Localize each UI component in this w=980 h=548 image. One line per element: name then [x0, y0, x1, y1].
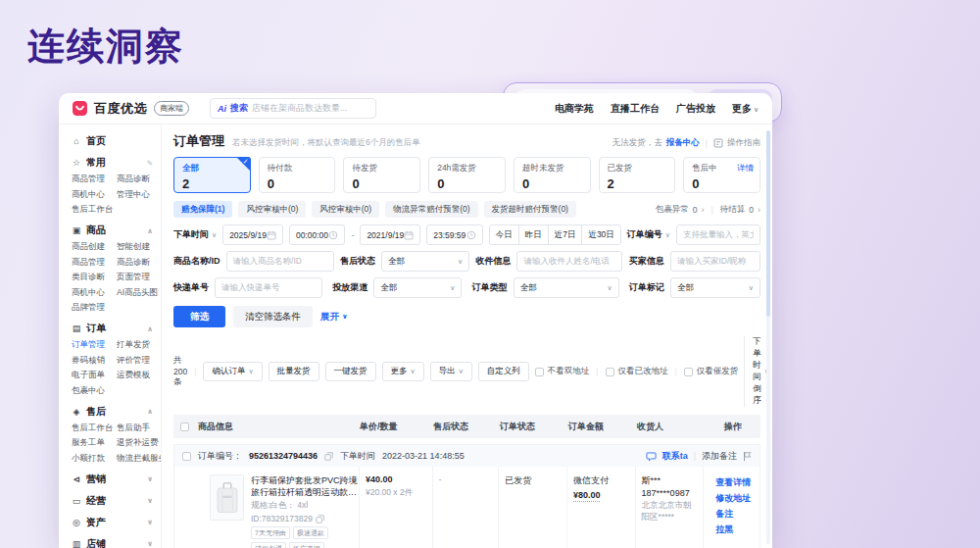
filter-button[interactable]: 筛选 [173, 306, 225, 327]
quick-range-button[interactable]: 近7日 [548, 224, 583, 245]
chevron-down-icon[interactable]: ∨ [147, 518, 153, 526]
toolbar-button[interactable]: 自定义列 [478, 362, 529, 381]
sidebar-item[interactable]: 商机中心 [72, 287, 117, 299]
checkbox-icon[interactable] [684, 368, 693, 376]
sort-dropdown[interactable]: 下单时间倒序∨ [744, 336, 769, 407]
quick-range-button[interactable]: 今日 [489, 224, 519, 245]
end-date-input[interactable]: 2021/9/19 [360, 224, 420, 245]
sidebar-item[interactable]: 券码核销 [72, 355, 117, 367]
expand-link[interactable]: 展开 ∨ [320, 311, 348, 324]
filter-select[interactable]: 全部∨ [670, 277, 760, 298]
sidebar-item-home[interactable]: ⌂首页 [72, 134, 153, 148]
filter-select[interactable]: 全部∨ [381, 251, 469, 272]
status-chip[interactable]: 风控审核中(0) [312, 201, 379, 218]
stat-card[interactable]: 待付款0 [259, 157, 336, 193]
chevron-up-icon[interactable]: ∧ [147, 226, 153, 235]
sidebar-item[interactable]: 页面管理 [117, 272, 158, 283]
sidebar-item[interactable]: 商品诊断 [117, 174, 153, 185]
sidebar-item[interactable]: 商品管理 [72, 257, 117, 269]
status-chip[interactable]: 发货超时赔付预警(0) [484, 201, 576, 218]
order-no-input[interactable]: 支持批量输入，英文','分隔 [676, 224, 760, 245]
sidebar-item[interactable]: 打单发货 [117, 339, 153, 351]
filter-select[interactable]: 全部∨ [514, 277, 619, 298]
order-checkbox[interactable] [182, 452, 191, 461]
sidebar-section-marketing[interactable]: ⊲营销∨ [72, 473, 153, 486]
scrollbar-thumb[interactable] [766, 130, 770, 317]
edit-icon[interactable]: ✎ [147, 159, 153, 168]
product-image[interactable] [210, 474, 244, 521]
order-action-link[interactable]: 备注 [715, 506, 754, 522]
checkbox-icon[interactable] [535, 368, 544, 376]
sidebar-item[interactable]: 服务工单 [72, 437, 117, 449]
add-note-link[interactable]: 添加备注 [702, 450, 737, 463]
sidebar-item[interactable]: 包裹中心 [72, 385, 117, 397]
chevron-down-icon[interactable]: ∨ [147, 539, 153, 548]
filter-select[interactable]: 全部∨ [373, 277, 462, 298]
sidebar-section-aftersale[interactable]: ◈售后∧ [72, 405, 153, 419]
search-input[interactable]: Ai 搜索 店铺在架商品数达数量... [210, 98, 376, 119]
sidebar-section-operate[interactable]: ▭经营∨ [72, 494, 153, 508]
chevron-up-icon[interactable]: ∧ [147, 407, 153, 416]
filter-input[interactable]: 请输入商品名称/ID [226, 251, 334, 272]
copy-icon[interactable] [324, 452, 333, 461]
anomaly-link[interactable]: 包裹异常0› [656, 204, 705, 216]
anomaly-link[interactable]: 待结算0› [720, 204, 760, 216]
filter-input[interactable]: 请输入收件人姓名/电话 [516, 251, 622, 272]
sidebar-item[interactable]: 评价管理 [117, 355, 153, 367]
start-time-input[interactable]: 00:00:00 [289, 224, 345, 245]
sidebar-item[interactable]: 订单管理 [72, 339, 117, 351]
stat-card[interactable]: 待发货0 [343, 157, 420, 193]
toolbar-button[interactable]: 更多∨ [382, 362, 424, 381]
sidebar-section-goods[interactable]: ▣商品∧ [72, 224, 153, 237]
toolbar-button[interactable]: 一键发货 [325, 362, 376, 381]
top-nav-more[interactable]: 更多∨ [732, 102, 759, 116]
stat-card[interactable]: 超时未发货0 [514, 157, 591, 193]
copy-icon[interactable] [316, 515, 324, 523]
stat-card[interactable]: 24h需发货0 [428, 157, 506, 193]
flag-icon[interactable] [743, 451, 752, 462]
sidebar-item[interactable]: AI商品头图 [117, 287, 158, 299]
order-action-link[interactable]: 修改地址 [715, 490, 754, 506]
top-nav-item[interactable]: 广告投放 [676, 102, 715, 116]
sidebar-item[interactable]: 售后工作台 [72, 204, 117, 216]
sidebar-item[interactable]: 商品诊断 [117, 257, 158, 269]
sidebar-item[interactable]: 小额打款 [72, 453, 117, 465]
contact-buyer-link[interactable]: 联系ta [662, 450, 688, 463]
sidebar-item[interactable]: 商品创建 [72, 241, 117, 253]
detail-link[interactable]: 详情 [737, 163, 754, 174]
order-action-link[interactable]: 拉黑 [715, 522, 754, 537]
start-date-input[interactable]: 2025/9/19 [222, 224, 283, 245]
filter-input[interactable]: 请输入快递单号 [215, 277, 322, 298]
sidebar-section-asset[interactable]: ◎资产∨ [72, 516, 153, 529]
order-no-dropdown[interactable]: 订单编号 ∨ [627, 228, 670, 241]
order-time-dropdown[interactable]: 下单时间 ∨ [173, 228, 217, 241]
filter-input[interactable]: 请输入买家ID/昵称 [670, 251, 760, 272]
sidebar-item[interactable]: 运费模板 [117, 370, 153, 381]
guide-link[interactable]: 操作指南 [727, 137, 760, 149]
status-chip[interactable]: 风控审核中(0) [238, 201, 306, 218]
chevron-down-icon[interactable]: ∨ [147, 474, 153, 483]
status-chip[interactable]: 物流异常赔付预警(0) [385, 201, 477, 218]
quick-range-button[interactable]: 近30日 [581, 224, 620, 245]
view-filter-checkbox[interactable]: 仅看已改地址 [606, 366, 668, 377]
view-filter-checkbox[interactable]: 不看双地址 [535, 366, 590, 377]
sidebar-item[interactable]: 电子面单 [72, 370, 117, 381]
sidebar-item[interactable]: 管理中心 [117, 189, 153, 201]
toolbar-button[interactable]: 导出∨ [430, 362, 472, 381]
sidebar-section-order[interactable]: ▤订单∧ [72, 322, 153, 335]
sidebar-section-shop[interactable]: ▥店铺∨ [72, 537, 153, 548]
chevron-up-icon[interactable]: ∧ [147, 324, 153, 333]
status-chip[interactable]: 赔免保障(1) [173, 201, 232, 218]
checkbox-icon[interactable] [606, 368, 614, 376]
order-action-link[interactable]: 查看详情 [715, 474, 754, 490]
sidebar-item[interactable]: 类目诊断 [72, 272, 117, 283]
clear-filters-button[interactable]: 清空筛选条件 [233, 306, 313, 327]
quick-range-button[interactable]: 昨日 [518, 224, 549, 245]
sidebar-item[interactable]: 商机中心 [72, 189, 117, 201]
toolbar-button[interactable]: 批量发货 [269, 362, 319, 381]
sidebar-item[interactable]: 商品管理 [72, 174, 117, 185]
sidebar-item[interactable]: 退货补运费 [117, 437, 162, 449]
sidebar-item[interactable]: 售后助手 [117, 423, 162, 434]
sidebar-item[interactable]: 智能创建 [117, 241, 158, 253]
scrollbar[interactable] [766, 130, 770, 544]
